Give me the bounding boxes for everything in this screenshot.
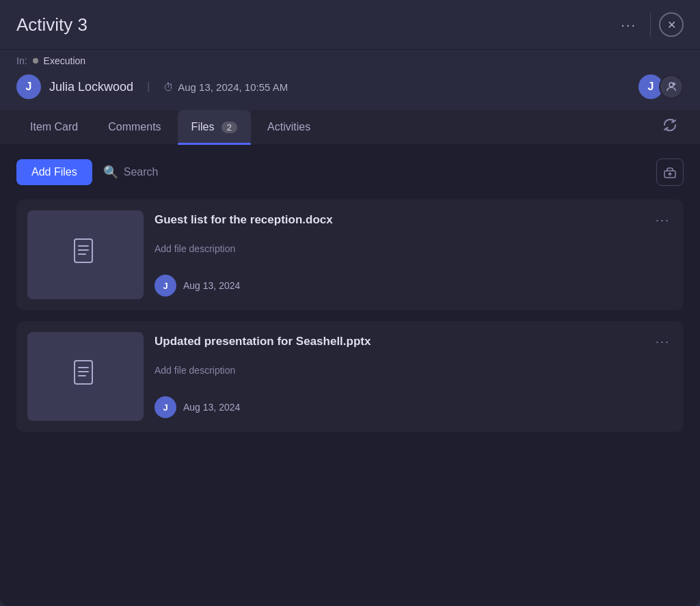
file-thumbnail: [27, 210, 144, 299]
file-date: Aug 13, 2024: [183, 402, 240, 413]
search-wrapper: 🔍: [103, 165, 645, 180]
file-footer: J Aug 13, 2024: [154, 275, 673, 297]
user-info: J Julia Lockwood | ⏱ Aug 13, 2024, 10:55…: [16, 74, 288, 99]
status-text: Execution: [44, 55, 85, 66]
clock-icon: ⏱: [163, 81, 174, 93]
file-more-button[interactable]: ···: [653, 213, 673, 228]
avatar: J: [16, 74, 41, 99]
search-icon: 🔍: [103, 165, 118, 180]
page-title: Activity 3: [16, 14, 88, 36]
avatar-stack: J: [638, 74, 684, 99]
in-label: In:: [16, 55, 27, 66]
upload-folder-button[interactable]: [656, 159, 684, 186]
file-card: Guest list for the reception.docx ··· Ad…: [16, 199, 684, 310]
file-avatar: J: [154, 396, 176, 418]
more-options-button[interactable]: ···: [615, 14, 642, 36]
time-info: ⏱ Aug 13, 2024, 10:55 AM: [163, 81, 288, 93]
invite-user-button[interactable]: [659, 74, 684, 99]
file-doc-icon: [73, 238, 98, 272]
file-date: Aug 13, 2024: [183, 280, 240, 291]
svg-point-0: [669, 83, 673, 87]
main-window: Activity 3 ··· ✕ In: Execution J Julia L…: [0, 0, 700, 606]
tabs: Item Card Comments Files 2 Activities: [16, 110, 324, 144]
tabs-bar: Item Card Comments Files 2 Activities: [0, 110, 700, 145]
meta-row: In: Execution: [0, 50, 700, 66]
file-info: Updated presentation for Seashell.pptx ·…: [154, 332, 673, 421]
file-description[interactable]: Add file description: [154, 243, 673, 254]
close-button[interactable]: ✕: [659, 12, 684, 37]
tab-activities[interactable]: Activities: [254, 110, 324, 144]
file-name: Guest list for the reception.docx: [154, 213, 333, 227]
file-avatar: J: [154, 275, 176, 297]
files-badge: 2: [221, 122, 237, 133]
user-name: Julia Lockwood: [49, 80, 133, 94]
file-thumbnail: [27, 332, 144, 421]
content-area: Add Files 🔍: [0, 145, 700, 606]
header-divider: [650, 12, 651, 37]
add-files-button[interactable]: Add Files: [16, 159, 92, 185]
search-input[interactable]: [124, 166, 645, 178]
file-more-button[interactable]: ···: [653, 335, 673, 349]
file-footer: J Aug 13, 2024: [154, 396, 673, 418]
file-header: Updated presentation for Seashell.pptx ·…: [154, 335, 673, 349]
file-name: Updated presentation for Seashell.pptx: [154, 335, 371, 348]
timestamp: Aug 13, 2024, 10:55 AM: [178, 81, 288, 93]
file-info: Guest list for the reception.docx ··· Ad…: [154, 210, 673, 299]
tab-item-card[interactable]: Item Card: [16, 110, 92, 144]
files-toolbar: Add Files 🔍: [16, 159, 684, 186]
file-pptx-icon: [73, 359, 98, 394]
file-header: Guest list for the reception.docx ···: [154, 213, 673, 228]
status-dot-icon: [33, 58, 38, 64]
header-actions: ··· ✕: [615, 12, 684, 37]
separator: |: [147, 81, 150, 93]
tab-comments[interactable]: Comments: [94, 110, 174, 144]
header: Activity 3 ··· ✕: [0, 0, 700, 50]
refresh-button[interactable]: [656, 111, 684, 143]
tab-files[interactable]: Files 2: [178, 110, 251, 144]
file-card: Updated presentation for Seashell.pptx ·…: [16, 321, 684, 432]
user-row: J Julia Lockwood | ⏱ Aug 13, 2024, 10:55…: [0, 66, 700, 110]
file-description[interactable]: Add file description: [154, 365, 673, 376]
user-right-actions: J: [638, 74, 684, 99]
